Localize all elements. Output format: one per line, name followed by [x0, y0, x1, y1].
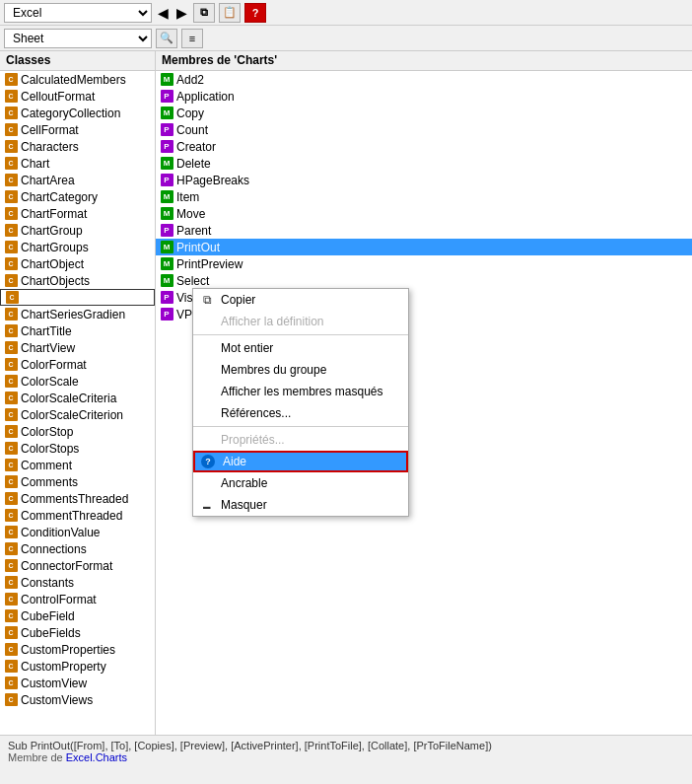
member-list-item[interactable]: MPrintPreview	[156, 255, 692, 272]
member-link[interactable]: Excel.Charts	[66, 751, 127, 763]
list-item[interactable]: CColorScaleCriteria	[0, 390, 155, 406]
member-list-item[interactable]: MDelete	[156, 155, 692, 172]
list-item[interactable]: CChartArea	[0, 172, 155, 188]
context-menu-item-afficher-les-membres-masqués[interactable]: Afficher les membres masqués	[193, 381, 408, 402]
list-item[interactable]: CChartGroups	[0, 239, 155, 255]
member-list-item[interactable]: MMove	[156, 205, 692, 222]
context-menu-item-copier[interactable]: ⧉Copier	[193, 289, 408, 311]
class-icon: C	[4, 475, 18, 489]
paste-btn[interactable]: 📋	[219, 3, 241, 23]
list-item[interactable]: CCharts	[0, 289, 155, 306]
class-icon: C	[4, 693, 18, 707]
list-item[interactable]: CColorScaleCriterion	[0, 406, 155, 423]
context-menu-item-ancrable[interactable]: Ancrable	[193, 472, 408, 494]
sheet-dropdown[interactable]: Sheet	[4, 29, 152, 48]
list-item[interactable]: CColorStops	[0, 440, 155, 457]
context-menu-item-afficher-la-définition: Afficher la définition	[193, 311, 408, 332]
class-label: ChartFormat	[21, 207, 87, 221]
member-list-item[interactable]: PCount	[156, 121, 692, 138]
member-list-item[interactable]: PApplication	[156, 88, 692, 105]
list-item[interactable]: CConnections	[0, 540, 155, 557]
class-label: CalculatedMembers	[21, 73, 126, 87]
class-icon: C	[4, 442, 18, 456]
context-menu-item-mot-entier[interactable]: Mot entier	[193, 337, 408, 359]
context-menu-item-masquer[interactable]: 🗕Masquer	[193, 494, 408, 516]
class-label: CommentThreaded	[21, 509, 122, 523]
list-item[interactable]: CConditionValue	[0, 524, 155, 540]
class-label: ChartCategory	[21, 190, 98, 204]
list-item[interactable]: CChartSeriesGradien	[0, 306, 155, 322]
list-item[interactable]: CCubeField	[0, 607, 155, 624]
context-menu-item-membres-du-groupe[interactable]: Membres du groupe	[193, 359, 408, 381]
list-item[interactable]: CCustomViews	[0, 691, 155, 708]
list-item[interactable]: CColorFormat	[0, 356, 155, 373]
list-item[interactable]: CColorStop	[0, 423, 155, 440]
list-item[interactable]: CCharacters	[0, 138, 155, 155]
class-label: ColorStops	[21, 442, 79, 456]
status-bar: Sub PrintOut([From], [To], [Copies], [Pr…	[0, 735, 692, 784]
list-item[interactable]: CComments	[0, 473, 155, 490]
list-item[interactable]: CChartTitle	[0, 322, 155, 339]
list-item[interactable]: CCustomProperties	[0, 641, 155, 658]
context-menu-label: Membres du groupe	[221, 363, 326, 377]
list-item[interactable]: CCubeFields	[0, 624, 155, 641]
list-item[interactable]: CCellFormat	[0, 121, 155, 138]
member-list-item[interactable]: MPrintOut	[156, 239, 692, 255]
list-item[interactable]: CChartGroup	[0, 222, 155, 239]
member-list-item[interactable]: MItem	[156, 188, 692, 205]
member-list-item[interactable]: MSelect	[156, 272, 692, 289]
member-icon: P	[160, 291, 173, 305]
list-item[interactable]: CCategoryCollection	[0, 105, 155, 121]
expand-btn[interactable]: ≡	[181, 29, 203, 48]
excel-dropdown[interactable]: Excel	[4, 3, 152, 23]
class-label: ChartGroups	[21, 241, 89, 254]
list-item[interactable]: CComment	[0, 457, 155, 473]
context-menu-label: Copier	[221, 293, 255, 307]
class-label: CommentsThreaded	[21, 492, 128, 506]
member-list-item[interactable]: MAdd2	[156, 71, 692, 88]
list-item[interactable]: CCustomProperty	[0, 658, 155, 675]
context-menu-item-aide[interactable]: ?Aide	[193, 451, 408, 472]
class-icon: C	[4, 626, 18, 640]
list-item[interactable]: CChartView	[0, 339, 155, 356]
class-label: ControlFormat	[21, 593, 97, 606]
list-item[interactable]: CChart	[0, 155, 155, 172]
nav-back-btn[interactable]: ◀	[156, 5, 171, 21]
copy-module-btn[interactable]: ⧉	[193, 3, 215, 23]
member-list-item[interactable]: PCreator	[156, 138, 692, 155]
class-icon: C	[4, 358, 18, 372]
list-item[interactable]: CConstants	[0, 574, 155, 591]
class-label: CelloutFormat	[21, 90, 95, 104]
binoculars-btn[interactable]: 🔍	[156, 29, 177, 48]
list-item[interactable]: CConnectorFormat	[0, 557, 155, 574]
context-menu-item-références...[interactable]: Références...	[193, 402, 408, 424]
class-label: ColorScale	[21, 375, 79, 389]
class-icon: C	[4, 526, 18, 539]
member-list-item[interactable]: MCopy	[156, 105, 692, 121]
class-label: Chart	[21, 157, 49, 171]
list-item[interactable]: CCommentsThreaded	[0, 490, 155, 507]
member-label: Move	[176, 207, 205, 221]
member-label: Parent	[176, 224, 211, 238]
list-item[interactable]: CColorScale	[0, 373, 155, 390]
member-icon: M	[160, 257, 173, 271]
class-label: CustomViews	[21, 693, 93, 707]
help-btn[interactable]: ?	[244, 3, 266, 23]
member-list-item[interactable]: PHPageBreaks	[156, 172, 692, 188]
list-item[interactable]: CChartObjects	[0, 272, 155, 289]
left-panel: Classes CCalculatedMembersCCelloutFormat…	[0, 51, 156, 735]
list-item[interactable]: CChartObject	[0, 255, 155, 272]
class-label: CubeField	[21, 609, 75, 623]
nav-fwd-btn[interactable]: ▶	[174, 5, 189, 21]
member-list-item[interactable]: PParent	[156, 222, 692, 239]
class-icon: C	[4, 677, 18, 690]
list-item[interactable]: CChartCategory	[0, 188, 155, 205]
context-menu-label: Ancrable	[221, 476, 267, 490]
list-item[interactable]: CCalculatedMembers	[0, 71, 155, 88]
toolbar-row2: Sheet 🔍 ≡	[0, 26, 692, 51]
list-item[interactable]: CCelloutFormat	[0, 88, 155, 105]
list-item[interactable]: CControlFormat	[0, 591, 155, 607]
list-item[interactable]: CCustomView	[0, 675, 155, 691]
list-item[interactable]: CCommentThreaded	[0, 507, 155, 524]
list-item[interactable]: CChartFormat	[0, 205, 155, 222]
